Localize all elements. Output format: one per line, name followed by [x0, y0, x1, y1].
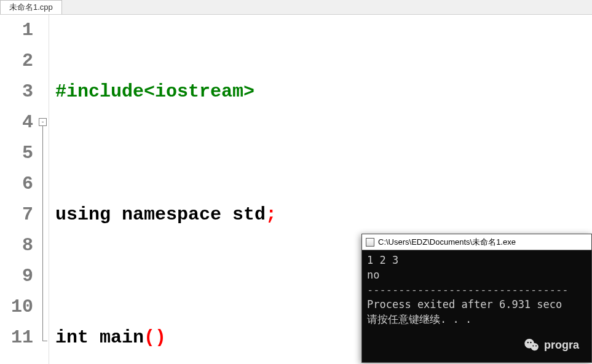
svg-point-3: [530, 342, 531, 343]
file-tab[interactable]: 未命名1.cpp: [0, 0, 62, 14]
code-line: using namespace std;: [55, 199, 592, 230]
console-window[interactable]: C:\Users\EDZ\Documents\未命名1.exe 1 2 3 no…: [361, 234, 592, 363]
line-number: 7: [0, 199, 33, 230]
console-line: 请按任意键继续. . .: [367, 312, 586, 326]
paren: (: [144, 322, 155, 353]
console-line: 1 2 3: [367, 253, 586, 267]
keyword: namespace: [122, 199, 221, 230]
watermark-text: progra: [544, 339, 579, 352]
app-icon: [366, 238, 374, 247]
console-title-text: C:\Users\EDZ\Documents\未命名1.exe: [378, 237, 516, 248]
svg-point-1: [531, 343, 538, 350]
console-line: Process exited after 6.931 seco: [367, 297, 586, 312]
punct: ;: [266, 199, 277, 230]
code-line: #include<iostream>: [55, 76, 592, 107]
svg-point-2: [527, 342, 529, 343]
line-number: 6: [0, 168, 33, 199]
line-number: 9: [0, 261, 33, 291]
console-output: 1 2 3 no -------------------------------…: [362, 250, 591, 329]
fold-toggle-icon[interactable]: -: [39, 118, 47, 126]
console-titlebar[interactable]: C:\Users\EDZ\Documents\未命名1.exe: [362, 234, 591, 250]
keyword: int: [55, 322, 89, 353]
wechat-icon: [523, 336, 540, 354]
watermark: progra: [523, 336, 579, 354]
svg-point-4: [532, 346, 534, 347]
line-number: 11: [0, 322, 33, 353]
keyword: using: [55, 199, 111, 230]
preprocessor-directive: #include<iostream>: [55, 76, 255, 107]
line-number: 3: [0, 76, 33, 107]
line-number: 4: [0, 107, 33, 138]
paren: ): [155, 322, 166, 353]
line-number: 10: [0, 291, 33, 322]
svg-point-5: [535, 346, 537, 347]
console-divider: --------------------------------: [367, 282, 586, 297]
line-number: 2: [0, 46, 33, 76]
identifier: std: [232, 199, 266, 230]
console-line: no: [367, 267, 586, 282]
line-number: 8: [0, 230, 33, 261]
fold-column: -: [37, 15, 49, 364]
identifier: main: [100, 322, 144, 353]
line-number: 5: [0, 138, 33, 168]
line-number: 1: [0, 15, 33, 46]
tab-bar: 未命名1.cpp: [0, 0, 592, 15]
line-number-gutter: 1 2 3 4 5 6 7 8 9 10 11: [0, 15, 37, 364]
